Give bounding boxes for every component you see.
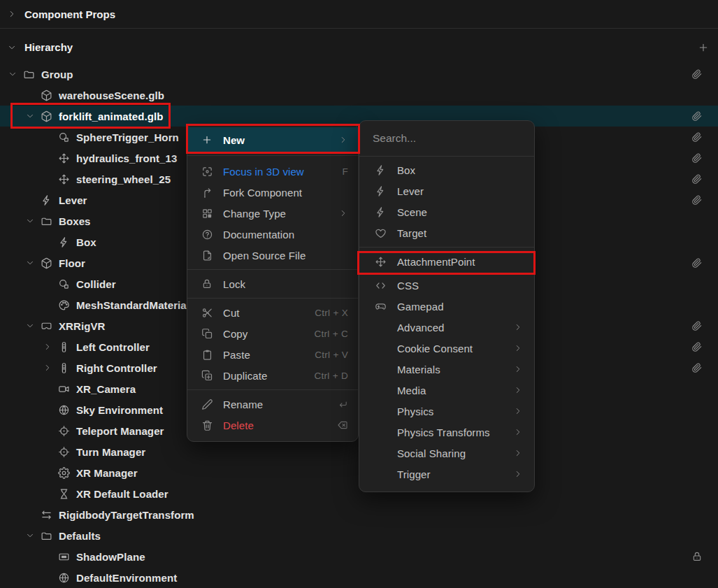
menu-item-box[interactable]: Box	[359, 159, 534, 180]
tree-row-defaults[interactable]: Defaults	[0, 525, 718, 546]
chevron-down-icon[interactable]	[23, 531, 41, 540]
component-props-header[interactable]: Component Props	[0, 0, 718, 29]
menu-item-label: Change Type	[223, 208, 286, 220]
focus-icon	[201, 166, 213, 178]
menu-item-scene[interactable]: Scene	[359, 201, 534, 222]
chevron-right-icon	[513, 364, 523, 374]
menu-item-gamepad[interactable]: Gamepad	[359, 296, 534, 317]
menu-item-materials[interactable]: Materials	[359, 359, 534, 380]
menu-item-lever[interactable]: Lever	[359, 180, 534, 201]
cube-icon	[41, 110, 52, 122]
tree-row-label: Sky Environment	[76, 404, 163, 416]
sphere-icon	[58, 131, 70, 143]
menu-item-label: Gamepad	[397, 301, 444, 313]
add-object-button[interactable]	[696, 40, 711, 55]
chevron-down-icon[interactable]	[6, 69, 23, 79]
tree-row-rigidbodytargettransform[interactable]: RigidbodyTargetTransform	[0, 504, 718, 525]
menu-item-label: Copy	[223, 328, 247, 340]
tree-row-label: RigidbodyTargetTransform	[59, 509, 194, 521]
menu-item-social-sharing[interactable]: Social Sharing	[359, 443, 534, 464]
chevron-right-icon[interactable]	[41, 342, 58, 352]
menu-item-attachmentpoint[interactable]: AttachmentPoint	[359, 251, 534, 272]
chevron-right-icon[interactable]	[41, 363, 58, 373]
paperclip-icon[interactable]	[691, 152, 703, 164]
menu-item-physics[interactable]: Physics	[359, 401, 534, 422]
folder-icon	[41, 530, 52, 542]
chevron-down-icon[interactable]	[23, 111, 41, 121]
menu-item-rename[interactable]: Rename	[187, 394, 358, 415]
zap-icon	[374, 185, 387, 197]
grid-icon	[201, 208, 213, 220]
tree-row-label: XR Default Loader	[76, 488, 168, 500]
paperclip-icon[interactable]	[691, 257, 703, 268]
tree-row-label: XRRigVR	[59, 320, 106, 332]
menu-item-paste[interactable]: Paste Ctrl + V	[187, 344, 358, 365]
chevron-down-icon[interactable]	[23, 216, 41, 226]
chevron-right-icon	[513, 448, 523, 458]
tree-row-label: Turn Manager	[76, 446, 145, 458]
paperclip-icon[interactable]	[691, 131, 703, 143]
tree-row-label: Left Controller	[76, 341, 150, 353]
paperclip-icon[interactable]	[691, 341, 703, 352]
menu-item-focus-in-3d-view[interactable]: Focus in 3D view F	[187, 161, 358, 182]
menu-item-lock[interactable]: Lock	[187, 273, 358, 294]
tree-row-shadowplane[interactable]: ShadowPlane	[0, 546, 718, 567]
plus-icon	[698, 42, 709, 53]
chevron-right-icon	[338, 135, 348, 145]
backspace-icon	[337, 420, 348, 431]
menu-item-new[interactable]: New	[187, 127, 358, 152]
menu-item-label: Delete	[223, 420, 254, 431]
copy-icon	[201, 328, 213, 340]
chevron-down-icon[interactable]	[23, 258, 41, 268]
tree-row-group[interactable]: Group	[0, 64, 718, 85]
target-ring-icon	[58, 446, 70, 458]
help-icon	[201, 229, 213, 241]
lock-icon[interactable]	[691, 551, 703, 562]
paperclip-icon[interactable]	[691, 110, 703, 122]
menu-item-cut[interactable]: Cut Ctrl + X	[187, 302, 358, 323]
menu-item-label: Social Sharing	[397, 447, 466, 459]
menu-item-delete[interactable]: Delete	[187, 415, 358, 436]
menu-item-trigger[interactable]: Trigger	[359, 464, 534, 485]
menu-item-label: Lock	[223, 278, 245, 290]
tree-row-label: SphereTrigger_Horn	[76, 131, 179, 143]
search-input[interactable]	[373, 132, 521, 145]
menu-item-target[interactable]: Target	[359, 222, 534, 243]
tree-row-defaultenvironment[interactable]: DefaultEnvironment	[0, 567, 718, 588]
trash-icon	[201, 420, 213, 431]
controller-icon	[58, 362, 70, 374]
plane-icon	[58, 551, 70, 563]
lock-icon	[201, 278, 213, 289]
folder-icon	[41, 215, 52, 227]
menu-item-physics-transforms[interactable]: Physics Transforms	[359, 422, 534, 443]
tree-row-label: Floor	[59, 257, 85, 269]
menu-item-documentation[interactable]: Documentation	[187, 224, 358, 245]
palette-icon	[58, 299, 70, 311]
menu-item-copy[interactable]: Copy Ctrl + C	[187, 323, 358, 344]
menu-item-fork-component[interactable]: Fork Component	[187, 182, 358, 203]
hierarchy-title: Hierarchy	[24, 41, 73, 53]
menu-item-advanced[interactable]: Advanced	[359, 317, 534, 338]
paperclip-icon[interactable]	[691, 362, 703, 373]
paperclip-icon[interactable]	[691, 194, 703, 206]
menu-item-open-source-file[interactable]: Open Source File	[187, 245, 358, 266]
paperclip-icon[interactable]	[691, 320, 703, 331]
menu-divider	[187, 389, 358, 390]
menu-item-change-type[interactable]: Change Type	[187, 203, 358, 224]
hierarchy-header[interactable]: Hierarchy	[0, 34, 718, 60]
chevron-right-icon	[513, 469, 523, 479]
tree-row-warehousescene-glb[interactable]: warehouseScene.glb	[0, 85, 718, 106]
chevron-down-icon[interactable]	[23, 321, 41, 331]
submenu-search	[359, 121, 534, 157]
tree-row-label: Defaults	[59, 530, 101, 542]
menu-item-media[interactable]: Media	[359, 380, 534, 401]
menu-item-cookie-consent[interactable]: Cookie Consent	[359, 338, 534, 359]
paperclip-icon[interactable]	[691, 173, 703, 185]
tree-row-label: XR_Camera	[76, 383, 136, 395]
menu-item-css[interactable]: CSS	[359, 275, 534, 296]
menu-item-duplicate[interactable]: Duplicate Ctrl + D	[187, 365, 358, 386]
zap-icon	[41, 194, 52, 206]
paperclip-icon[interactable]	[691, 69, 703, 80]
code-icon	[374, 280, 387, 292]
menu-item-label: AttachmentPoint	[397, 256, 475, 268]
